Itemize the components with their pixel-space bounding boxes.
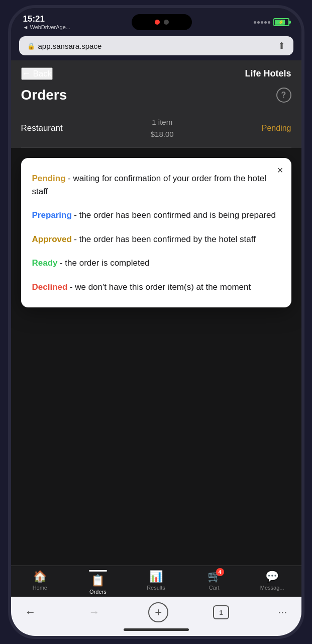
battery-icon: ⚡: [273, 18, 289, 26]
signal-dot-2: [257, 21, 260, 24]
status-keyword-preparing: Preparing: [32, 210, 72, 220]
cart-icon: 🛒 4: [207, 570, 221, 583]
order-item-count: 1 item: [151, 116, 174, 128]
home-indicator: [11, 625, 301, 636]
signal-dot-3: [261, 21, 263, 24]
order-name: Restaurant: [21, 123, 63, 133]
hotel-name: Life Hotels: [245, 68, 291, 79]
dynamic-island: [132, 14, 192, 30]
browser-tab-button[interactable]: 1: [213, 605, 229, 619]
status-item-preparing: Preparing - the order has been confirmed…: [32, 209, 280, 222]
home-bar: [124, 628, 189, 631]
nav-item-home[interactable]: 🏠 Home: [25, 570, 55, 591]
plus-icon: +: [155, 605, 162, 619]
face-id-dot: [164, 20, 169, 25]
info-modal: × Pending - waiting for confirmation of …: [21, 158, 291, 307]
status-item-pending: Pending - waiting for confirmation of yo…: [32, 172, 280, 198]
status-right: ⚡: [254, 18, 289, 26]
nav-item-orders[interactable]: 📋 Orders: [83, 570, 113, 595]
lock-icon: 🔒: [27, 42, 35, 50]
browser-back-button[interactable]: ←: [21, 604, 40, 621]
order-price: $18.00: [151, 128, 174, 140]
record-dot: [155, 20, 160, 25]
bottom-nav: 🏠 Home 📋 Orders 📊 Results 🛒 4 Cart: [11, 566, 301, 597]
status-keyword-declined: Declined: [32, 282, 68, 292]
back-label: Back: [33, 69, 52, 79]
status-desc-approved: - the order has been confirmed by the ho…: [74, 234, 256, 244]
cart-badge: 4: [216, 568, 224, 576]
nav-label-cart: Cart: [209, 585, 220, 591]
battery-bolt: ⚡: [278, 20, 284, 25]
status-item-ready: Ready - the order is completed: [32, 257, 280, 270]
status-bar: 15:21 ◄ WebDriverAge... ⚡: [11, 8, 301, 33]
nav-label-messages: Messag...: [260, 585, 284, 591]
status-left: 15:21 ◄ WebDriverAge...: [23, 14, 70, 30]
tab-count: 1: [220, 609, 223, 616]
url-text: app.sansara.space: [38, 42, 102, 50]
nav-label-home: Home: [33, 585, 47, 591]
nav-label-orders: Orders: [89, 589, 107, 595]
page-title-bar: Orders ?: [11, 85, 301, 109]
status-desc-pending: - waiting for confirmation of your order…: [32, 174, 266, 196]
signal-dot-1: [254, 21, 256, 24]
signal-dot-5: [268, 21, 270, 24]
status-keyword-ready: Ready: [32, 258, 58, 268]
browser-plus-button[interactable]: +: [148, 602, 168, 622]
url-bar[interactable]: 🔒 app.sansara.space ⬆: [19, 36, 293, 55]
share-icon[interactable]: ⬆: [278, 40, 285, 51]
url-left: 🔒 app.sansara.space: [27, 42, 102, 50]
status-desc-preparing: - the order has been confirmed and is be…: [74, 210, 276, 220]
browser-bar: ← → + 1 ···: [11, 597, 301, 625]
orders-icon: 📋: [91, 574, 105, 587]
browser-forward-button[interactable]: →: [84, 604, 103, 621]
nav-item-cart[interactable]: 🛒 4 Cart: [199, 570, 229, 591]
nav-active-indicator: [89, 570, 107, 572]
status-desc-declined: - we don't have this order item(s) at th…: [70, 282, 251, 292]
status-item-approved: Approved - the order has been confirmed …: [32, 233, 280, 246]
status-keyword-pending: Pending: [32, 174, 66, 183]
order-list: Restaurant 1 item $18.00 Pending: [11, 109, 301, 148]
status-keyword-approved: Approved: [32, 234, 72, 244]
order-details: 1 item $18.00: [151, 116, 174, 140]
page-title: Orders: [21, 87, 67, 103]
main-body: × Pending - waiting for confirmation of …: [11, 148, 301, 566]
status-time: 15:21: [23, 14, 70, 24]
app-content: ← Back Life Hotels Orders ? Restaurant 1…: [11, 60, 301, 597]
order-row[interactable]: Restaurant 1 item $18.00 Pending: [21, 109, 291, 148]
nav-label-results: Results: [147, 585, 165, 591]
modal-close-button[interactable]: ×: [277, 165, 283, 175]
results-icon: 📊: [149, 570, 163, 583]
back-arrow-icon: ←: [22, 68, 31, 79]
app-header: ← Back Life Hotels: [11, 60, 301, 85]
messages-icon: 💬: [265, 570, 279, 583]
phone-frame: 15:21 ◄ WebDriverAge... ⚡ 🔒: [8, 5, 304, 639]
status-item-declined: Declined - we don't have this order item…: [32, 281, 280, 294]
url-bar-container: 🔒 app.sansara.space ⬆: [11, 33, 301, 60]
modal-body: Pending - waiting for confirmation of yo…: [32, 172, 280, 293]
signal-dot-4: [264, 21, 267, 24]
back-button[interactable]: ← Back: [21, 67, 53, 80]
webdriver-label: ◄ WebDriverAge...: [23, 24, 70, 30]
browser-more-button[interactable]: ···: [274, 604, 291, 621]
nav-item-messages[interactable]: 💬 Messag...: [257, 570, 287, 591]
signal-dots: [254, 21, 270, 24]
status-desc-ready: - the order is completed: [60, 258, 150, 268]
help-icon[interactable]: ?: [276, 88, 291, 103]
home-icon: 🏠: [33, 570, 47, 583]
nav-item-results[interactable]: 📊 Results: [141, 570, 171, 591]
order-status: Pending: [262, 124, 291, 133]
